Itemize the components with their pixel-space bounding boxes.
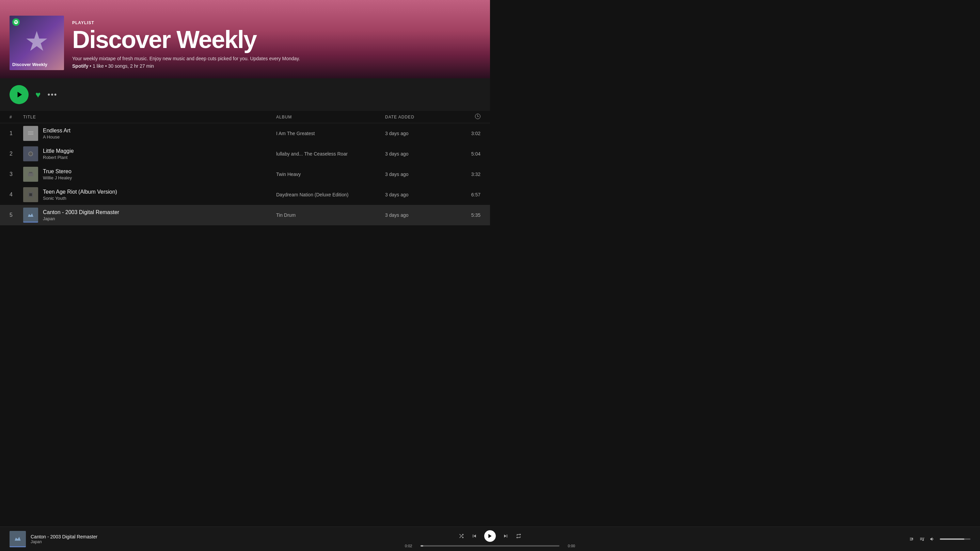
track-info: Little Maggie Robert Plant bbox=[23, 146, 276, 161]
track-number: 4 bbox=[10, 192, 23, 198]
col-title: TITLE bbox=[23, 115, 276, 119]
track-date: 3 days ago bbox=[385, 131, 453, 136]
svg-rect-5 bbox=[28, 173, 33, 176]
track-name: Canton - 2003 Digital Remaster bbox=[43, 209, 119, 216]
svg-rect-2 bbox=[28, 133, 33, 133]
track-duration: 5:35 bbox=[453, 212, 480, 218]
controls-bar: ♥ ••• bbox=[0, 78, 490, 111]
meta-owner: Spotify bbox=[72, 63, 88, 69]
track-number: 2 bbox=[10, 151, 23, 157]
track-duration: 3:32 bbox=[453, 171, 480, 177]
table-row[interactable]: 1 Endless Art A House I Am The Greatest … bbox=[0, 123, 490, 144]
track-text: True Stereo Willie J Healey bbox=[43, 168, 72, 180]
meta-separator2: • bbox=[105, 63, 108, 69]
track-number: 1 bbox=[10, 130, 23, 137]
track-duration: 5:04 bbox=[453, 151, 480, 157]
svg-point-4 bbox=[29, 152, 33, 156]
art-label: Discover Weekly bbox=[12, 62, 47, 67]
track-duration: 3:02 bbox=[453, 131, 480, 136]
meta-likes: 1 like bbox=[92, 63, 104, 69]
track-date: 3 days ago bbox=[385, 212, 453, 218]
track-thumbnail bbox=[23, 208, 38, 222]
track-album: Tin Drum bbox=[276, 212, 385, 218]
track-name: Endless Art bbox=[43, 128, 70, 134]
heart-icon: ♥ bbox=[35, 89, 41, 100]
track-name: Little Maggie bbox=[43, 148, 74, 154]
track-album: I Am The Greatest bbox=[276, 131, 385, 136]
track-info: True Stereo Willie J Healey bbox=[23, 167, 276, 182]
track-duration: 6:57 bbox=[453, 192, 480, 197]
more-options-button[interactable]: ••• bbox=[47, 90, 57, 99]
playlist-type-label: PLAYLIST bbox=[72, 21, 480, 25]
svg-marker-0 bbox=[18, 92, 22, 98]
track-text: Little Maggie Robert Plant bbox=[43, 148, 74, 160]
track-album: lullaby and... The Ceaseless Roar bbox=[276, 151, 385, 157]
track-text: Canton - 2003 Digital Remaster Japan bbox=[43, 209, 119, 221]
meta-songs: 30 songs, 2 hr 27 min bbox=[108, 63, 154, 69]
track-date: 3 days ago bbox=[385, 171, 453, 177]
track-info: Endless Art A House bbox=[23, 126, 276, 141]
track-list-header: # TITLE ALBUM DATE ADDED bbox=[0, 111, 490, 123]
playlist-title: Discover Weekly bbox=[72, 27, 480, 52]
col-num: # bbox=[10, 115, 23, 119]
track-artist: Sonic Youth bbox=[43, 196, 117, 201]
track-date: 3 days ago bbox=[385, 192, 453, 197]
track-artist: Willie J Healey bbox=[43, 175, 72, 180]
track-list-container: # TITLE ALBUM DATE ADDED 1 Endless Art A… bbox=[0, 111, 490, 244]
track-number: 5 bbox=[10, 212, 23, 218]
track-artist: A House bbox=[43, 135, 70, 140]
track-thumbnail bbox=[23, 126, 38, 141]
track-thumbnail bbox=[23, 146, 38, 161]
track-text: Endless Art A House bbox=[43, 128, 70, 140]
track-info: Canton - 2003 Digital Remaster Japan bbox=[23, 208, 276, 222]
play-button[interactable] bbox=[10, 85, 29, 104]
track-thumbnail bbox=[23, 187, 38, 202]
svg-rect-8 bbox=[29, 193, 32, 196]
track-number: 3 bbox=[10, 171, 23, 177]
more-icon: ••• bbox=[47, 90, 57, 99]
track-info: Teen Age Riot (Album Version) Sonic Yout… bbox=[23, 187, 276, 202]
hero-info: PLAYLIST Discover Weekly Your weekly mix… bbox=[72, 21, 480, 70]
col-album: ALBUM bbox=[276, 115, 385, 119]
col-duration-icon bbox=[453, 114, 480, 120]
table-row[interactable]: 5 Canton - 2003 Digital Remaster Japan T… bbox=[0, 205, 490, 225]
star-decoration: ★ bbox=[24, 28, 49, 55]
table-row[interactable]: 2 Little Maggie Robert Plant lullaby and… bbox=[0, 144, 490, 164]
track-album: Daydream Nation (Deluxe Edition) bbox=[276, 192, 385, 197]
spotify-logo-small bbox=[12, 18, 20, 26]
svg-rect-3 bbox=[28, 134, 33, 135]
col-date: DATE ADDED bbox=[385, 115, 453, 119]
playlist-meta: Spotify • 1 like • 30 songs, 2 hr 27 min bbox=[72, 63, 480, 69]
playlist-art: ★ Discover Weekly bbox=[10, 16, 64, 70]
track-name: True Stereo bbox=[43, 168, 72, 175]
track-artist: Japan bbox=[43, 216, 119, 221]
meta-separator: • bbox=[89, 63, 92, 69]
svg-rect-6 bbox=[29, 172, 32, 173]
svg-rect-1 bbox=[28, 131, 33, 132]
track-date: 3 days ago bbox=[385, 151, 453, 157]
table-row[interactable]: 4 Teen Age Riot (Album Version) Sonic Yo… bbox=[0, 184, 490, 205]
table-row[interactable]: 3 True Stereo Willie J Healey Twin Heavy… bbox=[0, 164, 490, 184]
playlist-description: Your weekly mixtape of fresh music. Enjo… bbox=[72, 56, 304, 61]
track-artist: Robert Plant bbox=[43, 155, 74, 160]
track-album: Twin Heavy bbox=[276, 171, 385, 177]
like-button[interactable]: ♥ bbox=[35, 89, 41, 100]
track-text: Teen Age Riot (Album Version) Sonic Yout… bbox=[43, 189, 117, 201]
track-thumbnail bbox=[23, 167, 38, 182]
track-name: Teen Age Riot (Album Version) bbox=[43, 189, 117, 195]
hero-section: ★ Discover Weekly PLAYLIST Discover Week… bbox=[0, 0, 490, 78]
